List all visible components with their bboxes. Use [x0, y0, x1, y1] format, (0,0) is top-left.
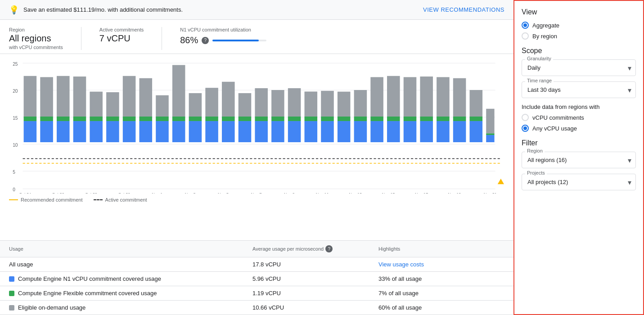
bar-green-24: [420, 117, 433, 121]
cell-usage-1: Compute Engine N1 vCPU commitment covere…: [9, 275, 252, 282]
svg-text:0: 0: [13, 187, 15, 192]
scope-section: Scope Granularity Daily ▾ Time range Las…: [522, 47, 636, 132]
legend-active-label: Active commitment: [105, 197, 147, 202]
bar-gray-2: [57, 76, 70, 117]
table-row-0: All usage 17.8 vCPU View usage costs: [0, 257, 513, 272]
bar-gray-1: [40, 77, 53, 117]
include-vcpu-commitments[interactable]: vCPU commitments: [522, 114, 636, 121]
svg-text:15: 15: [13, 115, 18, 120]
include-label: Include data from regions with: [522, 104, 636, 110]
svg-text:Nov 13: Nov 13: [349, 192, 362, 194]
bar-green-28: [486, 133, 494, 135]
include-vcpu-radio[interactable]: [522, 114, 529, 121]
view-recommendations-link[interactable]: VIEW RECOMMENDATIONS: [423, 6, 504, 13]
svg-text:Nov 9: Nov 9: [284, 192, 295, 194]
bar-gray-3: [73, 76, 86, 117]
bar-gray-16: [288, 88, 301, 117]
view-aggregate-option[interactable]: Aggregate: [522, 22, 636, 29]
bar-green-16: [288, 117, 301, 121]
view-aggregate-radio[interactable]: [522, 22, 529, 29]
bar-gray-21: [370, 77, 383, 117]
bar-green-4: [90, 117, 103, 121]
region-stat: Region All regions with vCPU commitments: [9, 27, 63, 50]
lightbulb-icon: 💡: [9, 5, 19, 15]
bar-green-8: [156, 117, 169, 121]
bar-blue-17: [305, 121, 318, 142]
projects-filter-dropdown[interactable]: All projects (12): [522, 174, 636, 190]
region-filter-label: Region: [525, 148, 545, 153]
bar-gray-20: [354, 90, 367, 117]
view-byregion-option[interactable]: By region: [522, 32, 636, 40]
view-radio-group: Aggregate By region: [522, 22, 636, 40]
svg-text:10: 10: [13, 142, 18, 147]
table-header: Usage Average usage per microsecond ? Hi…: [0, 241, 513, 257]
include-any-label: Any vCPU usage: [532, 125, 577, 132]
bar-blue-15: [271, 121, 284, 142]
bar-gray-10: [189, 93, 202, 117]
bar-green-2: [57, 117, 70, 121]
time-range-dropdown[interactable]: Last 30 days: [522, 81, 636, 98]
bar-blue-4: [90, 121, 103, 142]
scope-title: Scope: [522, 47, 636, 55]
bar-gray-11: [205, 88, 218, 117]
table-section: Usage Average usage per microsecond ? Hi…: [0, 240, 513, 315]
bar-gray-18: [321, 91, 334, 117]
col-avg-header: Average usage per microsecond ?: [252, 245, 378, 252]
bar-gray-6: [123, 76, 136, 117]
chart-svg: 25 20 15 10 5 0: [9, 58, 504, 194]
bar-blue-9: [172, 121, 185, 142]
legend-active-line: [94, 199, 103, 200]
bar-green-6: [123, 117, 136, 121]
region-label: Region: [9, 27, 63, 32]
granularity-dropdown[interactable]: Daily: [522, 59, 636, 76]
bar-green-3: [73, 117, 86, 121]
legend-recommended: Recommended commitment: [9, 197, 83, 202]
utilization-bar: [212, 40, 266, 41]
bar-blue-27: [470, 121, 483, 142]
include-radio-group: vCPU commitments Any vCPU usage: [522, 114, 636, 132]
utilization-bar-container: 86% ?: [180, 35, 266, 45]
view-byregion-radio[interactable]: [522, 32, 529, 40]
bar-green-1: [40, 117, 53, 121]
commitments-label: Active commitments: [99, 27, 144, 32]
bar-blue-8: [156, 121, 169, 142]
bar-green-10: [189, 117, 202, 121]
bar-gray-0: [24, 76, 37, 117]
bar-green-0: [24, 117, 37, 121]
include-vcpu-label: vCPU commitments: [532, 114, 584, 121]
bar-green-26: [453, 117, 466, 121]
bar-gray-26: [453, 78, 466, 117]
view-title: View: [522, 8, 636, 16]
color-dot-gray: [9, 305, 14, 310]
view-aggregate-label: Aggregate: [532, 22, 559, 29]
svg-text:Nov 5: Nov 5: [218, 192, 229, 194]
cell-avg-2: 1.19 vCPU: [252, 290, 378, 297]
svg-text:Nov 3: Nov 3: [185, 192, 196, 194]
view-usage-costs-link[interactable]: View usage costs: [378, 261, 424, 268]
bar-blue-24: [420, 121, 433, 142]
svg-text:Nov 19: Nov 19: [448, 192, 461, 194]
table-row-1: Compute Engine N1 vCPU commitment covere…: [0, 272, 513, 286]
bar-green-22: [387, 117, 400, 121]
legend-active: Active commitment: [94, 197, 147, 202]
svg-text:Nov 15: Nov 15: [382, 192, 395, 194]
legend-recommended-label: Recommended commitment: [21, 197, 83, 202]
time-range-dropdown-container: Time range Last 30 days ▾: [522, 81, 636, 98]
bar-blue-23: [404, 121, 417, 142]
region-value: All regions: [9, 33, 63, 44]
cell-highlight-0[interactable]: View usage costs: [378, 261, 504, 268]
bar-green-25: [437, 117, 450, 121]
cell-usage-0: All usage: [9, 261, 252, 268]
help-icon[interactable]: ?: [202, 37, 209, 44]
cell-usage-3: Eligible on-demand usage: [9, 304, 252, 311]
avg-help-icon[interactable]: ?: [325, 245, 333, 252]
stats-row: Region All regions with vCPU commitments…: [0, 20, 513, 54]
bar-blue-12: [222, 121, 235, 142]
include-any-vcpu[interactable]: Any vCPU usage: [522, 125, 636, 132]
include-any-radio[interactable]: [522, 125, 529, 132]
bar-gray-15: [271, 90, 284, 117]
granularity-field-label: Granularity: [525, 56, 553, 61]
region-filter-dropdown[interactable]: All regions (16): [522, 152, 636, 168]
projects-filter-container: Projects All projects (12) ▾: [522, 174, 636, 190]
col-highlights-header: Highlights: [378, 245, 504, 252]
